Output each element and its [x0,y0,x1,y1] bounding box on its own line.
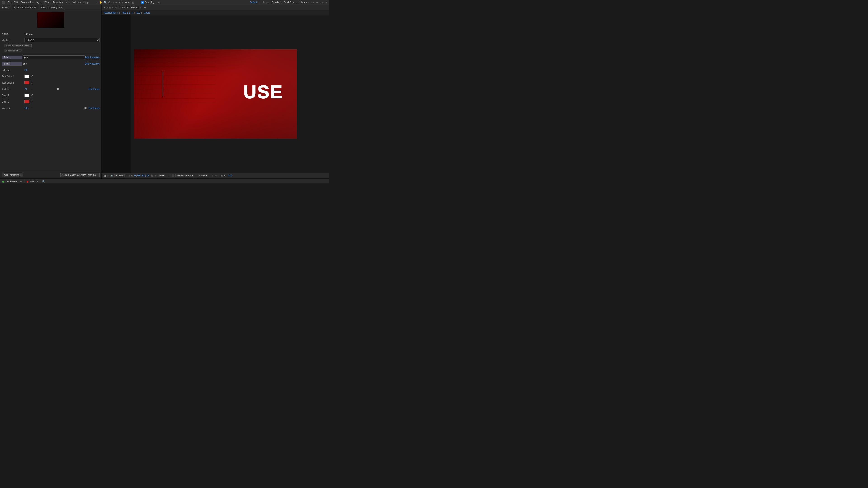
text-color1-eyedropper[interactable]: 🖋 [30,75,33,78]
breadcrumb-nav-icon1[interactable]: ◁ [117,11,119,14]
fill-text-value[interactable]: Off [24,69,27,71]
comp-name[interactable]: Test Render [126,6,138,9]
menu-layer[interactable]: Layer [36,1,41,4]
rect-tool-icon[interactable]: ▭ [112,1,114,4]
window-minimize-icon[interactable]: ─ [317,1,318,4]
menu-composition[interactable]: Composition [21,1,33,4]
color1-eyedropper[interactable]: 🖋 [30,94,33,97]
vc-aspect-icon[interactable]: ⊡ [128,174,130,177]
tl-search-icon[interactable]: 🔍 [42,180,45,183]
vc-3d-icon[interactable]: ⊕ [215,174,217,177]
snapping-icon2[interactable]: ⊞ [158,1,160,4]
select-tool-icon[interactable]: ↖ [96,1,98,4]
window-maximize-icon[interactable]: □ [321,1,322,4]
vc-render-icon[interactable]: ▶ [212,174,213,177]
text-color2-swatch[interactable] [24,81,29,85]
timeline-tab-test-render[interactable]: Test Render ☰ [0,179,24,183]
tab-project[interactable]: Project [0,5,12,10]
text-size-value[interactable]: 70 [24,88,31,90]
add-formatting-button[interactable]: Add Formatting ▾ [2,173,23,177]
text-size-slider-container [32,89,87,89]
comp-menu-icon[interactable]: ☰ [144,6,146,9]
menu-file[interactable]: File [8,1,11,4]
title1-input[interactable] [23,55,85,59]
tab-essential-graphics[interactable]: Essential Graphics ☰ [12,5,38,10]
camera-dropdown[interactable]: Active Camera ▾ [176,174,194,177]
breadcrumb-test-render[interactable]: Test Render [103,11,116,14]
intensity-row: Intensity 100 Edit Range [2,105,100,110]
quality-dropdown[interactable]: Full ▾ [158,174,165,177]
breadcrumb-el2[interactable]: EL2 [136,11,141,14]
pen-tool-icon[interactable]: ✏ [115,1,117,4]
vc-plus-icon[interactable]: +0.0 [228,174,232,177]
workspace-separator: | [260,1,260,4]
view-dropdown[interactable]: 1 View ▾ [197,174,208,177]
vc-alpha-icon[interactable]: ⬛ [171,174,174,177]
text-size-edit-range[interactable]: Edit Range [89,88,100,90]
menu-edit[interactable]: Edit [14,1,18,4]
breadcrumb-nav-icon2[interactable]: ◁ [131,11,133,14]
vc-camera-icon[interactable]: 📷 [110,174,113,177]
vc-grid2-icon[interactable]: ⊞ [221,174,223,177]
snapping-icon1[interactable]: ⋯ [155,1,157,4]
timeline-tab-title11[interactable]: Title 1-1 [24,179,40,183]
clone-tool-icon[interactable]: ⊕ [128,1,130,4]
vc-settings-icon[interactable]: ⚙ [224,174,226,177]
color2-swatch[interactable] [24,100,29,103]
breadcrumb-circle[interactable]: Circle [144,11,150,14]
zoom-dropdown[interactable]: 99.6% ▾ [114,174,125,177]
snapping-checkbox[interactable] [141,1,144,4]
title1-edit-properties[interactable]: Edit Properties [85,56,100,59]
vc-grid-icon[interactable]: ⊠ [155,174,156,177]
hand-tool-icon[interactable]: ✋ [99,1,102,4]
paint-tool-icon[interactable]: ◆ [125,1,127,4]
menu-help[interactable]: Help [84,1,89,4]
title1-label-button[interactable]: Title 1 [2,56,22,59]
vc-region-icon[interactable]: ⊞ [131,174,133,177]
vc-camera2-icon[interactable]: 🎥 [151,174,153,177]
workspace-libraries[interactable]: Libraries [300,1,309,4]
tab-menu-icon[interactable]: ☰ [34,6,36,9]
set-poster-time-button[interactable]: Set Poster Time [4,49,22,53]
vc-mask-icon[interactable]: ◈ [107,174,109,177]
rotate-tool-icon[interactable]: ↺ [108,1,110,4]
title2-label-button[interactable]: Title 2 [2,62,22,66]
workspace-learn[interactable]: Learn [264,1,269,4]
zoom-tool-icon[interactable]: 🔍 [104,1,107,4]
view-chevron: ▾ [206,174,207,177]
text-color1-swatch[interactable] [24,74,29,78]
text-tool-icon[interactable]: T [119,1,120,4]
menu-effect[interactable]: Effect [44,1,50,4]
title2-edit-properties[interactable]: Edit Properties [85,63,100,65]
anchor-tool-icon[interactable]: ✦ [122,1,124,4]
intensity-value[interactable]: 100 [24,107,31,109]
tab-effect-controls[interactable]: Effect Controls (none) [38,5,65,10]
menu-view[interactable]: View [66,1,70,4]
text-color2-row: Text Color 2 🖋 [2,80,100,85]
workspace-default[interactable]: Default [250,1,257,4]
color1-swatch[interactable] [24,94,29,97]
eraser-tool-icon[interactable]: ◱ [131,1,134,4]
intensity-edit-range[interactable]: Edit Range [89,107,100,109]
workspace-standard[interactable]: Standard [272,1,281,4]
breadcrumb-title11[interactable]: Title 1-1 [122,11,130,14]
export-motion-graphics-button[interactable]: Export Motion Graphics Template... [60,173,100,177]
fill-text-row: Fill Text Off [2,68,100,72]
intensity-slider[interactable] [32,108,87,108]
text-size-slider[interactable] [32,89,87,89]
workspace-expand-icon[interactable]: >> [311,1,314,4]
solo-properties-button[interactable]: Solo Supported Properties [4,44,32,47]
comp-close-icon[interactable]: ✕ [140,6,142,9]
color2-eyedropper[interactable]: 🖋 [30,100,33,103]
text-color2-eyedropper[interactable]: 🖋 [30,81,33,84]
master-select[interactable]: Title 1-1 [24,38,100,42]
vc-fit-icon[interactable]: ⊞ [103,174,106,177]
menu-animation[interactable]: Animation [53,1,63,4]
workspace-small-screen[interactable]: Small Screen [284,1,297,4]
timeline-comp-menu[interactable]: ☰ [20,180,22,183]
window-close-icon[interactable]: ✕ [325,1,327,4]
timecode-display[interactable]: 0;00;01;13 [134,174,149,177]
vc-motion-icon[interactable]: ≋ [218,174,220,177]
vc-channel-icon[interactable]: □ [168,174,170,177]
menu-window[interactable]: Window [73,1,81,4]
